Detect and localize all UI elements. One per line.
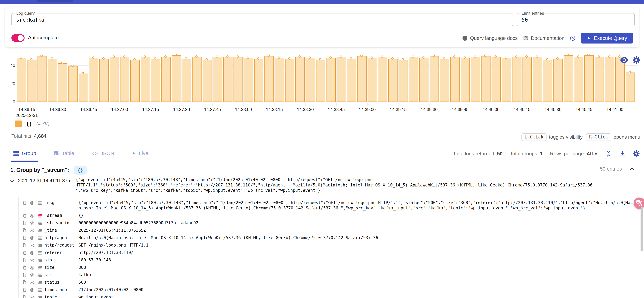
field-stream-icon[interactable] xyxy=(38,288,42,292)
copy-icon[interactable] xyxy=(22,258,27,263)
field-visibility-eye-icon[interactable] xyxy=(30,236,35,240)
copy-icon[interactable] xyxy=(22,280,27,285)
field-visibility-eye-icon[interactable] xyxy=(30,258,35,263)
field-value[interactable]: 368 xyxy=(78,265,637,270)
chart-legend[interactable]: {} (4.7K) xyxy=(15,120,50,127)
field-value[interactable]: 0000000000000000e934a84adb05276890d7f7bf… xyxy=(78,220,637,226)
documentation-link[interactable]: Documentation xyxy=(523,35,564,41)
log-row-timestamp[interactable]: 2025-12-31 14:41:11.375 xyxy=(18,178,70,183)
limit-entries-input[interactable]: Limit entries 50 xyxy=(517,13,635,26)
field-visibility-eye-icon[interactable] xyxy=(30,266,35,270)
histogram-bar[interactable] xyxy=(141,57,150,102)
copy-icon[interactable] xyxy=(22,200,27,206)
histogram-bar[interactable] xyxy=(492,57,501,102)
histogram-bar[interactable] xyxy=(285,59,294,102)
copy-icon[interactable] xyxy=(22,250,27,256)
copy-icon[interactable] xyxy=(22,221,27,226)
copy-icon[interactable] xyxy=(22,265,27,270)
field-value[interactable]: wp.input.event xyxy=(78,295,637,298)
histogram-bar[interactable] xyxy=(512,57,522,102)
histogram-bar[interactable] xyxy=(68,66,78,102)
tab-live[interactable]: Live xyxy=(130,146,150,162)
histogram-bar[interactable] xyxy=(151,59,160,102)
field-stream-icon[interactable] xyxy=(38,273,42,278)
field-stream-icon[interactable] xyxy=(38,228,42,233)
histogram-bar[interactable] xyxy=(202,60,212,102)
field-stream-icon[interactable] xyxy=(38,236,42,240)
histogram-bar[interactable] xyxy=(584,55,594,102)
histogram-bar[interactable] xyxy=(460,58,470,102)
chart-settings-gear-icon[interactable] xyxy=(632,56,640,64)
histogram-bar[interactable] xyxy=(554,59,563,102)
histogram-bar[interactable] xyxy=(234,57,243,102)
field-value[interactable]: {"wp_event_id":45445,"sip":"180.57.30.14… xyxy=(78,200,637,211)
table-settings-gear-icon[interactable] xyxy=(633,150,640,157)
histogram-bar[interactable] xyxy=(296,57,305,102)
field-stream-icon[interactable] xyxy=(38,243,42,248)
copy-icon[interactable] xyxy=(22,288,27,293)
histogram-bar[interactable] xyxy=(502,58,511,102)
histogram-bar[interactable] xyxy=(450,57,460,102)
field-stream-icon[interactable] xyxy=(38,258,42,263)
histogram-bar[interactable] xyxy=(337,57,346,102)
field-value[interactable]: Mozilla/5.0(Macintosh; Intel Mac OS X 10… xyxy=(78,235,637,241)
field-stream-icon[interactable] xyxy=(38,251,42,255)
histogram-bar[interactable] xyxy=(358,56,367,102)
histogram-bar[interactable] xyxy=(440,59,449,102)
histogram-bar[interactable] xyxy=(316,60,326,102)
stream-chip[interactable]: {} xyxy=(74,166,87,175)
field-value[interactable]: http://207.131.38.110/ xyxy=(78,250,637,255)
histogram-bar[interactable] xyxy=(27,60,36,102)
execute-query-button[interactable]: Execute Query xyxy=(581,33,633,43)
field-stream-icon[interactable] xyxy=(38,280,42,285)
log-row-json-preview[interactable]: {"wp_event_id":45445,"sip":"180.57.30.14… xyxy=(76,177,599,193)
histogram-bar[interactable] xyxy=(58,63,68,102)
histogram-bar[interactable] xyxy=(430,56,439,102)
histogram-bar[interactable] xyxy=(522,57,532,102)
histogram-bar[interactable] xyxy=(48,59,57,102)
histogram-bar[interactable] xyxy=(172,55,181,102)
histogram-bar[interactable] xyxy=(79,73,88,102)
histogram-bar[interactable] xyxy=(481,56,490,102)
histogram-bar[interactable] xyxy=(264,56,274,102)
copy-icon[interactable] xyxy=(22,236,27,241)
field-visibility-eye-icon[interactable] xyxy=(30,288,35,292)
field-value[interactable]: kafka xyxy=(78,272,637,278)
histogram-bar[interactable] xyxy=(130,60,140,102)
field-visibility-eye-icon[interactable] xyxy=(30,273,35,277)
rows-per-page-select[interactable]: Rows per page: All▼ xyxy=(550,151,598,157)
limit-entries-value[interactable]: 50 xyxy=(522,17,528,23)
histogram-bar[interactable] xyxy=(306,58,315,102)
histogram-bar[interactable] xyxy=(605,57,614,102)
histogram-bar[interactable] xyxy=(347,59,356,102)
field-value[interactable]: {} xyxy=(78,213,637,218)
query-history-clock-icon[interactable] xyxy=(570,35,576,41)
field-stream-icon[interactable] xyxy=(38,201,42,205)
histogram-bar[interactable] xyxy=(398,60,408,102)
histogram-bar[interactable] xyxy=(223,57,233,102)
histogram-bar[interactable] xyxy=(533,57,542,102)
field-visibility-eye-icon[interactable] xyxy=(30,251,35,255)
histogram-bar[interactable] xyxy=(38,56,47,102)
chart-visibility-eye-icon[interactable] xyxy=(620,57,629,63)
histogram-bar[interactable] xyxy=(192,57,202,102)
copy-icon[interactable] xyxy=(22,273,27,278)
field-value[interactable]: 180.57.30.148 xyxy=(78,258,637,263)
histogram-bar[interactable] xyxy=(120,57,130,102)
histogram-bar[interactable] xyxy=(244,58,253,102)
copy-icon[interactable] xyxy=(22,228,27,233)
histogram-bar[interactable] xyxy=(378,57,387,102)
histogram-bar[interactable] xyxy=(626,72,635,102)
vertical-scrollbar-thumb[interactable] xyxy=(640,207,643,251)
tab-group[interactable]: Group xyxy=(12,146,38,162)
field-stream-icon[interactable] xyxy=(38,214,42,218)
histogram-bar[interactable] xyxy=(254,59,264,102)
histogram-bar[interactable] xyxy=(409,57,418,102)
histogram-bar[interactable] xyxy=(471,57,480,102)
histogram-bar[interactable] xyxy=(89,58,98,102)
histogram-bar[interactable] xyxy=(182,59,191,102)
copy-icon[interactable] xyxy=(22,243,27,248)
field-visibility-eye-icon[interactable] xyxy=(30,229,35,233)
log-query-input[interactable]: Log query src:kafka xyxy=(12,13,513,26)
histogram-bar[interactable] xyxy=(564,55,573,102)
